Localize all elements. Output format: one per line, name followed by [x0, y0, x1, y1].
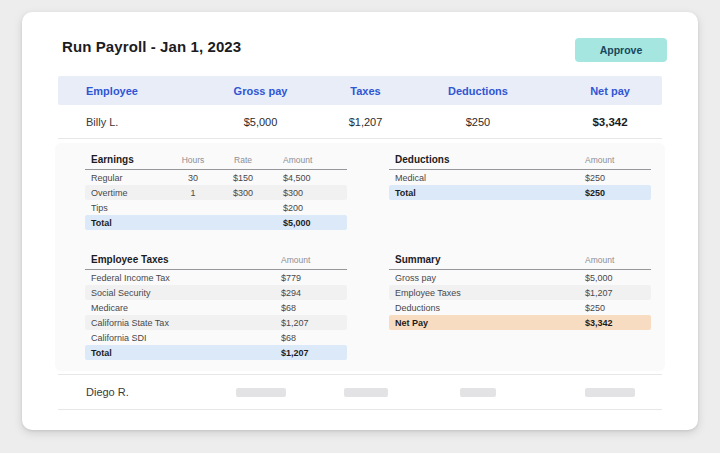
amount-column-header: Amount: [573, 255, 651, 265]
tax-row-social-security: Social Security $294: [85, 285, 347, 300]
tax-row-ca-sdi: California SDI $68: [85, 330, 347, 345]
amount-column-header: Amount: [271, 155, 347, 165]
earnings-row-total: Total $5,000: [85, 215, 347, 230]
column-header-employee: Employee: [58, 85, 208, 97]
hours-column-header: Hours: [171, 155, 215, 165]
row-label: Net Pay: [389, 318, 573, 328]
tax-row-medicare: Medicare $68: [85, 300, 347, 315]
payroll-card: Run Payroll - Jan 1, 2023 Approve Employ…: [22, 12, 698, 430]
column-header-taxes: Taxes: [313, 85, 418, 97]
row-amount: $294: [269, 288, 347, 298]
employee-row-diego[interactable]: Diego R.: [58, 375, 662, 409]
deductions-table-header: Deductions Amount: [389, 150, 651, 170]
detail-left-column: Earnings Hours Rate Amount Regular 30 $1…: [85, 150, 347, 360]
summary-title: Summary: [389, 254, 573, 265]
divider: [58, 138, 662, 139]
row-rate: $300: [215, 188, 271, 198]
tax-row-federal: Federal Income Tax $779: [85, 270, 347, 285]
row-hours: 1: [171, 188, 215, 198]
employee-name: Billy L.: [58, 116, 208, 128]
payroll-table-header: Employee Gross pay Taxes Deductions Net …: [58, 76, 662, 105]
placeholder-bar: [344, 388, 388, 397]
page-title: Run Payroll - Jan 1, 2023: [62, 38, 241, 55]
column-header-gross-pay: Gross pay: [208, 85, 313, 97]
row-amount: $200: [271, 203, 347, 213]
row-label: Deductions: [389, 303, 573, 313]
row-label: California SDI: [85, 333, 269, 343]
employee-name: Diego R.: [58, 386, 208, 398]
row-label: Federal Income Tax: [85, 273, 269, 283]
summary-row-net-pay: Net Pay $3,342: [389, 315, 651, 330]
card-header: Run Payroll - Jan 1, 2023 Approve: [22, 12, 698, 74]
placeholder-bar: [236, 388, 286, 397]
deductions-title: Deductions: [389, 154, 573, 165]
earnings-title: Earnings: [85, 154, 171, 165]
tax-row-ca-state: California State Tax $1,207: [85, 315, 347, 330]
row-label: Total: [85, 218, 171, 228]
row-amount: $4,500: [271, 173, 347, 183]
placeholder-bar: [460, 388, 496, 397]
column-header-deductions: Deductions: [418, 85, 538, 97]
employee-taxes-table-header: Employee Taxes Amount: [85, 250, 347, 270]
earnings-table: Earnings Hours Rate Amount Regular 30 $1…: [85, 150, 347, 230]
row-amount: $5,000: [573, 273, 651, 283]
summary-row-employee-taxes: Employee Taxes $1,207: [389, 285, 651, 300]
approve-button[interactable]: Approve: [575, 38, 667, 62]
row-amount: $250: [573, 173, 651, 183]
deduction-row-total: Total $250: [389, 185, 651, 200]
employee-taxes-table: Employee Taxes Amount Federal Income Tax…: [85, 250, 347, 360]
row-label: Medical: [389, 173, 573, 183]
rate-column-header: Rate: [215, 155, 271, 165]
row-amount: $5,000: [271, 218, 347, 228]
earnings-row-regular: Regular 30 $150 $4,500: [85, 170, 347, 185]
payroll-detail-panel: Earnings Hours Rate Amount Regular 30 $1…: [55, 143, 665, 371]
row-amount: $3,342: [573, 318, 651, 328]
employee-row-billy[interactable]: Billy L. $5,000 $1,207 $250 $3,342: [58, 105, 662, 138]
row-label: Total: [85, 348, 269, 358]
row-amount: $1,207: [269, 318, 347, 328]
gross-pay-value: $5,000: [208, 116, 313, 128]
net-pay-value: $3,342: [538, 116, 682, 128]
deduction-row-medical: Medical $250: [389, 170, 651, 185]
earnings-row-tips: Tips $200: [85, 200, 347, 215]
tax-row-total: Total $1,207: [85, 345, 347, 360]
row-label: Medicare: [85, 303, 269, 313]
row-amount: $779: [269, 273, 347, 283]
row-rate: $150: [215, 173, 271, 183]
deductions-value: $250: [418, 116, 538, 128]
row-label: California State Tax: [85, 318, 269, 328]
amount-column-header: Amount: [269, 255, 347, 265]
summary-table-header: Summary Amount: [389, 250, 651, 270]
row-label: Social Security: [85, 288, 269, 298]
row-amount: $300: [271, 188, 347, 198]
amount-column-header: Amount: [573, 155, 651, 165]
summary-row-gross-pay: Gross pay $5,000: [389, 270, 651, 285]
earnings-table-header: Earnings Hours Rate Amount: [85, 150, 347, 170]
row-label: Gross pay: [389, 273, 573, 283]
deductions-table: Deductions Amount Medical $250 Total $25…: [389, 150, 651, 200]
row-label: Regular: [85, 173, 171, 183]
row-label: Overtime: [85, 188, 171, 198]
row-hours: 30: [171, 173, 215, 183]
row-amount: $250: [573, 303, 651, 313]
row-amount: $1,207: [573, 288, 651, 298]
row-amount: $68: [269, 333, 347, 343]
row-amount: $1,207: [269, 348, 347, 358]
row-amount: $68: [269, 303, 347, 313]
divider: [58, 409, 662, 410]
taxes-value: $1,207: [313, 116, 418, 128]
summary-table: Summary Amount Gross pay $5,000 Employee…: [389, 250, 651, 330]
earnings-row-overtime: Overtime 1 $300 $300: [85, 185, 347, 200]
row-label: Employee Taxes: [389, 288, 573, 298]
row-label: Total: [389, 188, 573, 198]
row-amount: $250: [573, 188, 651, 198]
employee-taxes-title: Employee Taxes: [85, 254, 269, 265]
detail-right-column: Deductions Amount Medical $250 Total $25…: [389, 150, 651, 360]
placeholder-bar: [585, 388, 635, 397]
column-header-net-pay: Net pay: [538, 85, 682, 97]
row-label: Tips: [85, 203, 171, 213]
summary-row-deductions: Deductions $250: [389, 300, 651, 315]
